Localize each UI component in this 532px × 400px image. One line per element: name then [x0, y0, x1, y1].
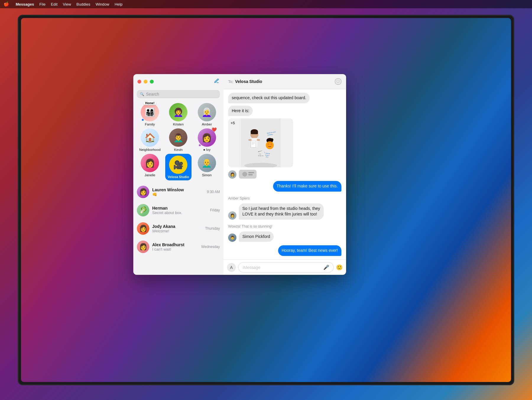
svg-rect-28: [248, 172, 254, 173]
amber-label: Amber: [202, 123, 212, 126]
app-store-button[interactable]: A: [227, 263, 236, 272]
pinned-contacts-grid: 👨‍👩‍👧‍👦 Home! Family 👩‍🦱 Kristen: [133, 101, 223, 183]
kevin-label: Kevin: [174, 148, 183, 151]
janelle-avatar: 👩: [141, 154, 159, 172]
herman-conv-name: Herman: [152, 206, 207, 210]
pinned-item-kevin[interactable]: 👨‍🦱 Kevin: [165, 128, 191, 151]
menu-messages[interactable]: Messages: [16, 2, 34, 6]
pinned-item-neighborhood[interactable]: 🏠 Neighborhood: [137, 128, 163, 151]
menu-file[interactable]: File: [39, 2, 46, 6]
simon-msg-avatar: 👨: [228, 234, 236, 242]
apple-menu[interactable]: 🍎: [4, 1, 9, 7]
simon-label: Simon: [202, 173, 212, 177]
pinned-item-amber[interactable]: 👩‍🦳 Amber: [194, 103, 220, 126]
menu-buddies[interactable]: Buddies: [76, 2, 90, 6]
menu-window[interactable]: Window: [95, 2, 109, 6]
message-bubble-4: So I just heard from the studio heads, t…: [239, 203, 324, 220]
imessage-input-container[interactable]: iMessage 🎤: [238, 262, 334, 272]
velosa-avatar: 🎥: [169, 156, 187, 174]
menu-help[interactable]: Help: [115, 2, 123, 6]
pinned-item-janelle[interactable]: 👩 Janelle: [137, 154, 163, 180]
neighborhood-label: Neighborhood: [139, 148, 160, 151]
pinned-item-simon[interactable]: 👨‍🦲 Simon: [194, 154, 220, 180]
emoji-button[interactable]: 🙂: [336, 264, 343, 271]
ivy-heart-badge: ❤️: [212, 127, 217, 132]
kevin-avatar: 👨‍🦱: [169, 128, 187, 147]
message-bubble-1: sequence, check out this updated board.: [228, 93, 310, 103]
compose-icon[interactable]: [214, 78, 219, 85]
screen: 🔍 Search 👨‍👩‍👧‍👦 Home! Family: [21, 18, 511, 382]
svg-rect-7: [257, 139, 260, 141]
chat-input-bar: A iMessage 🎤 🙂: [223, 259, 346, 275]
close-button[interactable]: [137, 80, 141, 84]
svg-text:Cut: Cut: [259, 153, 261, 155]
conv-item-jody[interactable]: 👩 Jody Akana Welcome! Thursday: [133, 219, 223, 238]
herman-conv-preview: Secret about box.: [152, 210, 207, 215]
info-button[interactable]: ⓘ: [335, 78, 341, 85]
storyboard-image: Hold on actor reading... 46 → Cut (Fade …: [228, 118, 293, 167]
janelle-label: Janelle: [145, 173, 155, 177]
pinned-item-velosa[interactable]: 🎥 Velosa Studio: [165, 154, 191, 180]
imessage-placeholder: iMessage: [243, 265, 260, 270]
family-dot: [141, 118, 144, 121]
sender-amber-label: Amber Spiers: [228, 196, 341, 200]
conv-item-alex[interactable]: 👩 Alex Broadhurst I can't wait! Wednesda…: [133, 238, 223, 256]
lauren-conv-name: Lauren Winslow: [152, 187, 204, 192]
message-bubble-6: Hooray, team! Best news ever!: [278, 245, 341, 256]
herman-conv-avatar: 🥬: [137, 204, 149, 216]
ivy-label: ● Ivy: [203, 148, 210, 151]
window-controls: [133, 74, 223, 88]
menu-edit[interactable]: Edit: [51, 2, 57, 6]
jody-conv-preview: Welcome!: [152, 229, 202, 233]
svg-point-15: [266, 141, 274, 149]
simon-avatar: 👨‍🦲: [198, 154, 216, 172]
to-label: To:: [228, 79, 233, 84]
alex-conv-name: Alex Broadhurst: [152, 242, 198, 247]
storyboard-sender-avatar: 👩: [228, 170, 236, 179]
message-bubble-3: Thanks! I'll make sure to use this.: [273, 181, 341, 192]
search-icon: 🔍: [140, 92, 144, 96]
neighborhood-avatar: 🏠: [141, 128, 159, 147]
herman-conv-time: Friday: [210, 208, 220, 212]
amber-avatar: 👩‍🦳: [198, 103, 216, 121]
menu-view[interactable]: View: [63, 2, 71, 6]
pinned-item-ivy[interactable]: 👩 ❤️ ● Ivy: [194, 128, 220, 151]
alex-conv-info: Alex Broadhurst I can't wait!: [152, 242, 198, 252]
svg-text:Begins: Begins: [265, 154, 270, 156]
velosa-label: Velosa Studio: [168, 175, 189, 179]
chat-recipient-name: Velosa Studio: [235, 79, 335, 84]
conversation-list: 👩 Lauren Winslow 👊 9:30 AM 🥬 Herman Secr…: [133, 183, 223, 275]
svg-rect-26: [239, 170, 257, 179]
pinned-item-kristen[interactable]: 👩‍🦱 Kristen: [165, 103, 191, 126]
ivy-dot: [198, 144, 201, 147]
search-bar[interactable]: 🔍 Search: [137, 90, 220, 98]
alex-conv-preview: I can't wait!: [152, 247, 198, 252]
svg-point-27: [242, 172, 247, 177]
chat-messages-area: sequence, check out this updated board. …: [223, 89, 346, 259]
lauren-conv-time: 9:30 AM: [207, 190, 220, 194]
svg-text:Here: Here: [266, 156, 269, 158]
jody-conv-info: Jody Akana Welcome!: [152, 224, 202, 233]
maximize-button[interactable]: [150, 80, 154, 84]
conversations-panel: 🔍 Search 👨‍👩‍👧‍👦 Home! Family: [133, 74, 223, 275]
chat-panel: To: Velosa Studio ⓘ sequence, check out …: [223, 74, 346, 275]
storyboard-plus-count: +5: [231, 121, 235, 125]
chat-header: To: Velosa Studio ⓘ: [223, 74, 346, 89]
svg-rect-6: [248, 139, 252, 141]
menu-bar: 🍎 Messages File Edit View Buddies Window…: [0, 0, 532, 8]
amber-msg-avatar: 👩: [228, 211, 236, 220]
pinned-item-family[interactable]: 👨‍👩‍👧‍👦 Home! Family: [137, 103, 163, 126]
kristen-label: Kristen: [173, 123, 184, 126]
svg-text:Dialog-: Dialog-: [266, 153, 270, 154]
lauren-conv-info: Lauren Winslow 👊: [152, 187, 204, 197]
kristen-avatar: 👩‍🦱: [169, 103, 187, 121]
lauren-conv-avatar: 👩: [137, 186, 149, 198]
sender-simon-label: Wowza! That is so stunning!: [228, 224, 341, 228]
storyboard-avatar-row: 👩: [228, 170, 341, 179]
jody-conv-name: Jody Akana: [152, 224, 202, 229]
family-label: Family: [145, 123, 155, 126]
conv-item-herman[interactable]: 🥬 Herman Secret about box. Friday: [133, 201, 223, 219]
svg-point-14: [270, 138, 273, 141]
conv-item-lauren[interactable]: 👩 Lauren Winslow 👊 9:30 AM: [133, 183, 223, 201]
minimize-button[interactable]: [144, 80, 147, 84]
